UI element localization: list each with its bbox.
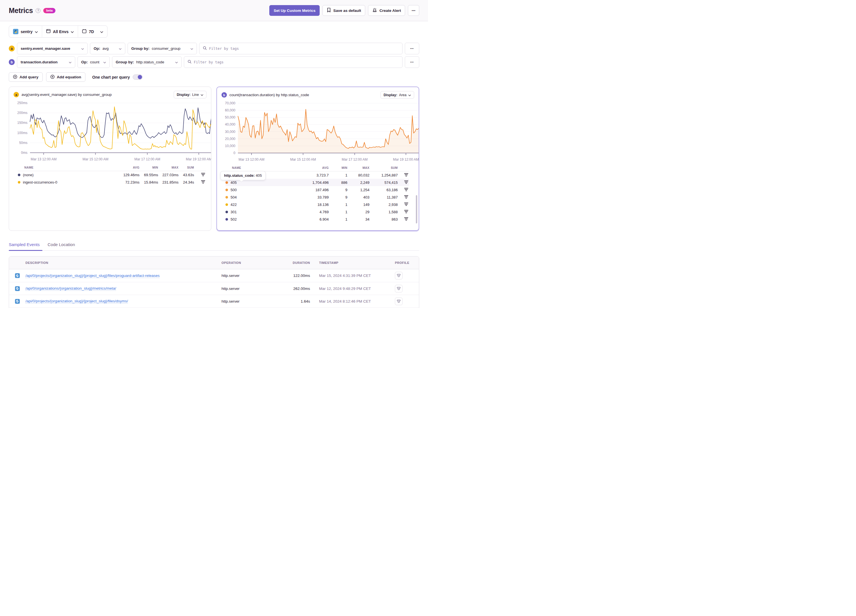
query-more-button-b[interactable]: •••: [405, 56, 419, 68]
line-chart-a[interactable]: 0ms50ms100ms150ms200ms250msMar 13 12:00 …: [14, 100, 211, 163]
svg-text:150ms: 150ms: [17, 121, 28, 125]
chevron-down-icon: [81, 46, 84, 51]
series-row[interactable]: (none) 129.46ms 69.55ms 227.03ms 43.63s: [18, 171, 206, 179]
search-icon: [188, 60, 191, 65]
transaction-link[interactable]: /api/0/projects/{organization_slug}/{pro…: [25, 299, 128, 303]
events-table-header: DESCRIPTION OPERATION DURATION TIMESTAMP…: [9, 257, 419, 269]
detail-tabs: Sampled Events Code Location: [9, 242, 419, 251]
operation-value: http.server: [222, 299, 279, 303]
series-row[interactable]: ingest-occurrences-0 72.23ms 15.84ms 231…: [18, 179, 206, 186]
svg-text:Mar 19 12:00 AM: Mar 19 12:00 AM: [186, 157, 211, 161]
profile-button[interactable]: [395, 272, 403, 279]
svg-text:Mar 17 12:00 AM: Mar 17 12:00 AM: [342, 157, 368, 162]
add-query-button[interactable]: Add query: [9, 72, 43, 82]
chart-badge-a: a: [14, 92, 19, 97]
tag-filter-input-a[interactable]: [199, 43, 403, 54]
chevron-down-icon: [119, 46, 122, 51]
timestamp-value: Mar 12, 2024 9:48:29 PM CET: [310, 286, 389, 291]
series-row[interactable]: 301 4.769 1 29 1,588: [225, 208, 409, 216]
one-chart-per-query-toggle[interactable]: [133, 74, 143, 80]
series-color-dot: [225, 218, 228, 220]
op-select-a[interactable]: Op:avg: [90, 43, 125, 54]
duration-value: 122.00ms: [279, 274, 310, 278]
event-row: /api/0/projects/{organization_slug}/{pro…: [9, 295, 419, 308]
svg-text:20,000: 20,000: [225, 137, 236, 141]
groupby-select-a[interactable]: Group by:consumer_group: [128, 43, 197, 54]
display-select-b[interactable]: Display: Area: [380, 91, 414, 99]
filter-lines-icon[interactable]: [201, 173, 206, 177]
series-color-dot: [18, 181, 20, 183]
chevron-down-icon: [100, 29, 103, 34]
filter-lines-icon[interactable]: [404, 173, 409, 177]
header-more-button[interactable]: •••: [408, 5, 419, 16]
transaction-link[interactable]: /api/0/projects/{organization_slug}/{pro…: [25, 274, 160, 278]
sampled-events-table: DESCRIPTION OPERATION DURATION TIMESTAMP…: [9, 256, 419, 308]
create-alert-button[interactable]: Create Alert: [368, 5, 405, 16]
svg-text:60,000: 60,000: [225, 108, 236, 112]
operation-value: http.server: [222, 286, 279, 291]
svg-text:Mar 17 12:00 AM: Mar 17 12:00 AM: [134, 157, 160, 161]
filter-lines-icon[interactable]: [404, 188, 409, 192]
filter-lines-icon[interactable]: [404, 180, 409, 185]
chevron-down-icon: [69, 60, 72, 64]
table-scrollbar[interactable]: [416, 195, 417, 223]
tab-sampled-events[interactable]: Sampled Events: [9, 242, 40, 250]
chart-title-a: avg(sentry.event_manager.save) by consum…: [22, 92, 112, 97]
metric-select-b[interactable]: transaction.duration: [17, 56, 75, 68]
project-selector[interactable]: sentry: [9, 26, 42, 37]
setup-custom-metrics-button[interactable]: Set Up Custom Metrics: [269, 5, 320, 16]
help-icon[interactable]: ?: [35, 8, 40, 13]
series-tooltip: http.status_code: 405: [220, 171, 266, 180]
chart-panels: a avg(sentry.event_manager.save) by cons…: [9, 86, 419, 231]
chevron-down-icon: [175, 60, 178, 64]
svg-text:250ms: 250ms: [17, 101, 28, 105]
groupby-select-b[interactable]: Group by:http.status_code: [112, 56, 182, 68]
area-chart-b[interactable]: 010,00020,00030,00040,00050,00060,00070,…: [222, 100, 419, 164]
filter-lines-icon[interactable]: [404, 217, 409, 222]
series-color-dot: [18, 174, 20, 176]
profile-button[interactable]: [395, 297, 403, 305]
query-row-b: b transaction.duration Op:count Group by…: [9, 56, 419, 68]
filter-lines-icon[interactable]: [404, 210, 409, 214]
add-equation-button[interactable]: Add equation: [46, 72, 85, 82]
timestamp-value: Mar 15, 2024 4:31:39 PM CET: [310, 274, 389, 278]
series-row[interactable]: 422 18.136 1 149 2,938: [225, 201, 409, 208]
date-range-selector[interactable]: 7D: [78, 26, 107, 37]
svg-text:50ms: 50ms: [19, 141, 28, 145]
tab-code-location[interactable]: Code Location: [48, 242, 75, 250]
app-header: Metrics ? beta Set Up Custom Metrics Sav…: [0, 0, 428, 21]
series-row[interactable]: 500 187.496 9 1,254 63,186: [225, 186, 409, 194]
tag-filter-input-b[interactable]: [184, 56, 403, 68]
chevron-down-icon: [408, 93, 411, 97]
filter-lines-icon[interactable]: [201, 180, 206, 185]
series-row[interactable]: 502 6.904 1 34 863: [225, 216, 409, 223]
python-platform-icon: [15, 286, 20, 291]
svg-text:40,000: 40,000: [225, 122, 236, 126]
transaction-link[interactable]: /api/0/organizations/{organization_slug}…: [25, 286, 116, 291]
chart-title-b: count(transaction.duration) by http.stat…: [229, 93, 309, 97]
project-name: sentry: [21, 29, 32, 34]
filter-lines-icon[interactable]: [404, 195, 409, 199]
metric-select-a[interactable]: sentry.event_manager.save: [17, 43, 88, 54]
series-row[interactable]: 504 33.789 9 403 11,387: [225, 194, 409, 201]
event-row: /api/0/organizations/{organization_slug}…: [9, 282, 419, 295]
page-title: Metrics: [9, 6, 33, 15]
display-select-a[interactable]: Display: Line: [174, 91, 206, 99]
profile-button[interactable]: [395, 285, 403, 293]
bookmark-icon: [327, 8, 331, 13]
svg-text:30,000: 30,000: [225, 130, 236, 134]
operation-value: http.server: [222, 274, 279, 278]
duration-value: 1.64s: [279, 299, 310, 303]
svg-text:100ms: 100ms: [17, 131, 28, 135]
calendar-icon: [82, 29, 86, 34]
environment-selector[interactable]: All Envs: [42, 26, 78, 37]
chart-panel-a[interactable]: a avg(sentry.event_manager.save) by cons…: [9, 86, 211, 231]
query-row-a: a sentry.event_manager.save Op:avg Group…: [9, 43, 419, 54]
query-more-button-a[interactable]: •••: [405, 43, 419, 54]
op-select-b[interactable]: Op:count: [77, 56, 110, 68]
python-platform-icon: [13, 29, 18, 34]
filter-lines-icon[interactable]: [404, 203, 409, 207]
python-platform-icon: [15, 299, 20, 304]
save-as-default-button[interactable]: Save as default: [322, 5, 365, 16]
chart-panel-b[interactable]: b count(transaction.duration) by http.st…: [216, 86, 419, 231]
